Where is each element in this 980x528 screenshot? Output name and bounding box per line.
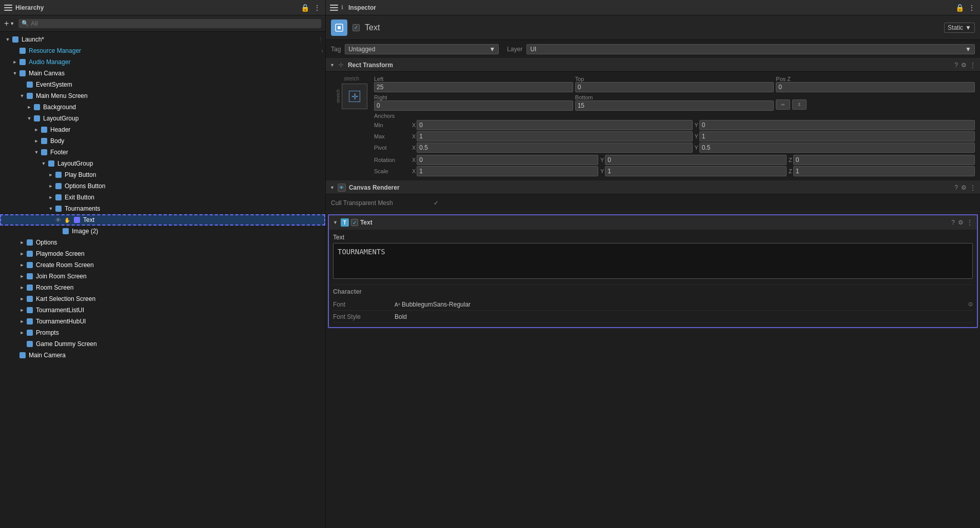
tree-label: LayoutGroup: [57, 160, 93, 167]
inspector-lock-icon[interactable]: 🔒: [955, 4, 964, 12]
rect-transform-section-header[interactable]: ▼ ⊹ Rect Transform ? ⚙ ⋮: [326, 58, 980, 72]
eye-icon: 👁: [54, 216, 62, 224]
right-value: 0: [374, 100, 573, 111]
tree-item-create-room-screen[interactable]: Create Room Screen: [0, 259, 325, 271]
search-input[interactable]: [31, 20, 318, 27]
tree-label: TournamentHubUI: [36, 318, 86, 325]
tree-item-options-button[interactable]: Options Button: [0, 180, 325, 192]
tree-label: Kart Selection Screen: [36, 295, 95, 302]
settings-icon[interactable]: ⚙: [961, 62, 967, 69]
tree-arrow: [18, 318, 26, 325]
section-more-icon[interactable]: ⋮: [970, 62, 976, 69]
tag-arrow: ▼: [489, 46, 495, 53]
tag-dropdown[interactable]: Untagged ▼: [345, 44, 499, 54]
move-icon: ⊹: [338, 62, 345, 69]
cr-help-icon[interactable]: ?: [954, 184, 958, 191]
tree-item-exit-button[interactable]: Exit Button: [0, 192, 325, 203]
cube-icon: [73, 216, 81, 224]
more-btn[interactable]: ⋮: [318, 36, 323, 43]
tree-item-prompts[interactable]: Prompts: [0, 327, 325, 338]
tree-item-room-screen[interactable]: Room Screen: [0, 282, 325, 293]
stretch-label-top: stretch: [344, 76, 359, 82]
tree-item-layoutgroup[interactable]: LayoutGroup: [0, 113, 325, 124]
hierarchy-tree: Launch* ⋮ Resource Manager › Audio Manag…: [0, 32, 325, 528]
tree-item-join-room-screen[interactable]: Join Room Screen: [0, 271, 325, 282]
tree-item-tournaments[interactable]: Tournaments: [0, 203, 325, 214]
cube-icon: [40, 137, 48, 145]
menu-icon[interactable]: [4, 5, 12, 11]
tree-item-text-selected[interactable]: 👁 ✋ Text: [0, 214, 325, 226]
canvas-renderer-title: Canvas Renderer: [349, 184, 954, 191]
inspector-menu-icon[interactable]: [330, 5, 338, 11]
text-more-icon[interactable]: ⋮: [967, 219, 973, 226]
tree-arrow: [47, 194, 54, 201]
tree-item-game-dummy-screen[interactable]: Game Dummy Screen: [0, 338, 325, 350]
tree-item-options[interactable]: Options: [0, 237, 325, 248]
resize-icon-1[interactable]: ⇔: [776, 99, 790, 110]
canvas-renderer-enabled[interactable]: 👁: [338, 184, 346, 192]
tree-item-kart-selection-screen[interactable]: Kart Selection Screen: [0, 293, 325, 304]
static-dropdown[interactable]: Static ▼: [944, 23, 975, 33]
tree-item-playmode-screen[interactable]: Playmode Screen: [0, 248, 325, 259]
anchor-box[interactable]: ✛: [342, 84, 367, 109]
tree-item-main-camera[interactable]: Main Camera: [0, 350, 325, 361]
text-section-header[interactable]: ▼ T ✓ Text ? ⚙ ⋮: [329, 215, 977, 230]
scale-z-group: Z 1: [789, 166, 975, 176]
tree-arrow: [18, 250, 26, 257]
lock-icon[interactable]: 🔒: [301, 4, 309, 12]
svg-rect-1: [338, 26, 341, 29]
tree-item-audio-manager[interactable]: Audio Manager: [0, 56, 325, 68]
text-enabled-checkbox[interactable]: ✓: [351, 219, 358, 226]
cr-section-arrow: ▼: [330, 185, 335, 190]
cube-icon: [26, 317, 34, 326]
text-field-label: Text: [333, 234, 973, 241]
more-btn[interactable]: ›: [321, 48, 323, 54]
resize-icon-2[interactable]: ⇕: [792, 99, 807, 110]
canvas-renderer-section-header[interactable]: ▼ 👁 Canvas Renderer ? ⚙ ⋮: [326, 181, 980, 194]
component-name: Text: [365, 23, 939, 32]
tree-item-image-2[interactable]: Image (2): [0, 226, 325, 237]
text-textarea[interactable]: TOURNAMENTS: [333, 243, 973, 279]
help-icon[interactable]: ?: [954, 62, 958, 69]
cube-icon: [26, 329, 34, 337]
tree-root-launch[interactable]: Launch* ⋮: [0, 34, 325, 45]
cr-section-icons: ? ⚙ ⋮: [954, 184, 976, 191]
t-icon: T: [341, 218, 349, 227]
hierarchy-title: Hierarchy: [15, 4, 44, 11]
pivot-y-value: 0.5: [699, 143, 975, 153]
rect-transform-title: Rect Transform: [348, 62, 954, 69]
tree-item-tournament-list-ui[interactable]: TournamentListUI: [0, 304, 325, 316]
tree-item-main-menu-screen[interactable]: Main Menu Screen: [0, 90, 325, 101]
tree-item-eventsystem[interactable]: EventSystem: [0, 79, 325, 90]
tree-item-tournament-hub-ui[interactable]: TournamentHubUI: [0, 316, 325, 327]
font-value: Aᵃ BubblegumSans-Regular: [395, 301, 966, 308]
rt-grid: stretch stretch ✛ Left 25: [331, 76, 975, 176]
tree-item-play-button[interactable]: Play Button: [0, 169, 325, 180]
tree-item-resource-manager[interactable]: Resource Manager ›: [0, 45, 325, 56]
tree-item-background[interactable]: Background: [0, 101, 325, 113]
component-icon: [331, 19, 347, 36]
posz-label: Pos Z: [776, 76, 975, 82]
inspector-more-icon[interactable]: ⋮: [968, 4, 976, 12]
cr-more-icon[interactable]: ⋮: [970, 184, 976, 191]
hierarchy-panel: Hierarchy 🔒 ⋮ + ▼ 🔍 Launch* ⋮: [0, 0, 326, 528]
tree-item-footer-layoutgroup[interactable]: LayoutGroup: [0, 158, 325, 169]
component-enabled-checkbox[interactable]: [352, 24, 360, 31]
cr-settings-icon[interactable]: ⚙: [961, 184, 967, 191]
tree-item-footer[interactable]: Footer: [0, 147, 325, 158]
font-style-row: Font Style Bold: [333, 311, 973, 323]
inspector-header-icons: 🔒 ⋮: [955, 4, 976, 12]
tree-item-main-canvas[interactable]: Main Canvas: [0, 68, 325, 79]
tree-item-body[interactable]: Body: [0, 135, 325, 147]
search-box: 🔍: [18, 19, 321, 28]
font-link-icon[interactable]: ⊙: [968, 301, 973, 308]
tree-item-header[interactable]: Header: [0, 124, 325, 135]
pivot-label: Pivot: [374, 145, 410, 151]
text-settings-icon[interactable]: ⚙: [958, 219, 964, 226]
add-button[interactable]: + ▼: [4, 19, 14, 28]
layer-dropdown[interactable]: UI ▼: [526, 44, 975, 54]
more-icon[interactable]: ⋮: [313, 4, 321, 12]
font-style-value: Bold: [395, 313, 973, 320]
text-help-icon[interactable]: ?: [951, 219, 955, 226]
tree-arrow: [18, 81, 26, 88]
